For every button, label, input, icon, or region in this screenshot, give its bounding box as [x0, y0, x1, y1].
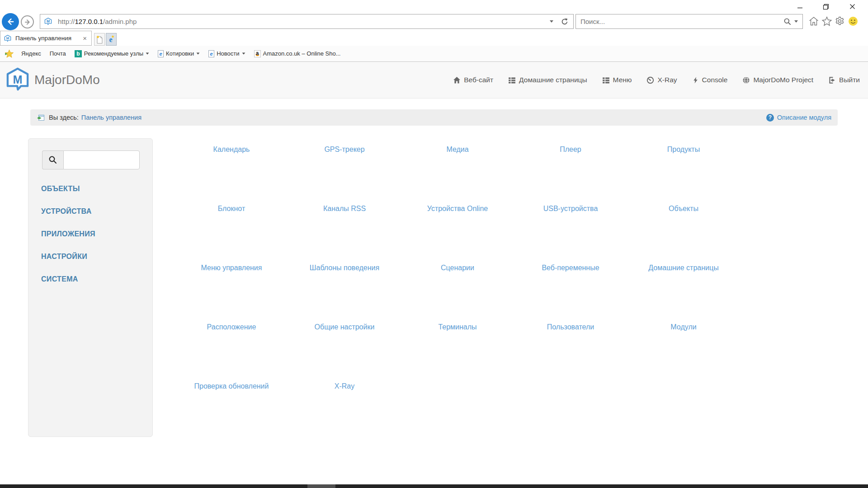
nav-xray[interactable]: X-Ray: [646, 76, 677, 84]
nav-label: Веб-сайт: [464, 76, 493, 84]
module-link[interactable]: Модули: [670, 323, 696, 331]
close-button[interactable]: [839, 0, 865, 13]
tab-control-panel[interactable]: M Панель управления ×: [0, 31, 92, 46]
breadcrumb-link[interactable]: Панель управления: [81, 114, 142, 121]
module-link[interactable]: Медиа: [446, 145, 468, 154]
search-dropdown-icon[interactable]: [794, 20, 798, 23]
module-cell: Календарь: [175, 120, 288, 179]
module-cell: Объекты: [627, 179, 740, 238]
module-link[interactable]: GPS-трекер: [324, 145, 364, 154]
module-cell: USB-устройства: [514, 179, 627, 238]
module-help-link[interactable]: ? Описание модуля: [766, 114, 831, 122]
module-cell: Общие настройки: [288, 297, 401, 357]
nav-majordomo-project[interactable]: MajorDoMo Project: [742, 76, 813, 84]
module-cell: Блокнот: [175, 179, 288, 238]
menu-list-icon: [602, 76, 610, 84]
new-tab-button[interactable]: [94, 33, 105, 46]
module-link[interactable]: Объекты: [669, 205, 698, 213]
search-input[interactable]: [576, 18, 779, 25]
sidebar-item-applications[interactable]: ПРИЛОЖЕНИЯ: [41, 223, 143, 245]
module-link[interactable]: Расположение: [207, 323, 256, 331]
forward-button[interactable]: [21, 15, 34, 28]
module-link[interactable]: Пользователи: [547, 323, 594, 331]
module-link[interactable]: Проверка обновлений: [194, 382, 269, 390]
favorite-suggested-sites[interactable]: b Рекомендуемые узлы: [75, 50, 149, 57]
module-cell: Домашние страницы: [627, 238, 740, 297]
home-button[interactable]: [807, 14, 820, 28]
favorite-amazon[interactable]: a Amazon.co.uk – Online Sho...: [254, 50, 341, 57]
module-link[interactable]: Каналы RSS: [323, 205, 366, 213]
nav-website[interactable]: Веб-сайт: [453, 76, 493, 84]
modules-grid: Календарь GPS-трекер Медиа Плеер Продукт…: [175, 120, 740, 416]
module-cell: Медиа: [401, 120, 514, 179]
favorite-label: Котировки: [166, 50, 194, 57]
nav-label: Меню: [613, 76, 632, 84]
refresh-button[interactable]: [561, 18, 569, 26]
address-dropdown-icon[interactable]: [550, 20, 553, 23]
tab-bar: M Панель управления × e: [0, 30, 868, 46]
module-link[interactable]: USB-устройства: [543, 205, 598, 213]
tab-close-button[interactable]: ×: [83, 35, 87, 42]
sidebar-item-objects[interactable]: ОБЪЕКТЫ: [41, 178, 143, 200]
module-link[interactable]: Устройства Online: [427, 205, 488, 213]
minimize-button[interactable]: [787, 0, 813, 13]
favorite-mail[interactable]: Почта: [50, 50, 66, 57]
favorite-quotes[interactable]: e Котировки: [158, 50, 200, 57]
ie-page-icon: e: [208, 50, 214, 57]
nav-home-pages[interactable]: Домашние страницы: [508, 76, 587, 84]
svg-text:M: M: [47, 19, 50, 23]
search-icon: [783, 18, 792, 26]
module-link[interactable]: Домашние страницы: [648, 264, 718, 272]
svg-text:M: M: [6, 36, 9, 40]
feedback-button[interactable]: [846, 14, 859, 28]
address-bar[interactable]: M http://127.0.0.1/admin.php: [40, 14, 574, 29]
module-link[interactable]: Плеер: [560, 145, 581, 154]
module-link[interactable]: Календарь: [213, 145, 250, 154]
svg-text:M: M: [13, 73, 23, 86]
tab-favicon-icon: M: [4, 35, 11, 42]
favorite-label: Почта: [50, 50, 66, 57]
module-cell: Продукты: [627, 120, 740, 179]
sidebar-item-system[interactable]: СИСТЕМА: [41, 268, 143, 291]
module-link[interactable]: Продукты: [667, 145, 700, 154]
favorites-bar-star-button[interactable]: [5, 49, 14, 58]
module-cell: Проверка обновлений: [175, 357, 288, 416]
module-link[interactable]: Общие настройки: [315, 323, 375, 331]
favorites-button[interactable]: [820, 14, 833, 28]
search-box: [576, 14, 803, 29]
home-icon: [453, 76, 461, 84]
restore-button[interactable]: [813, 0, 839, 13]
module-link[interactable]: Шаблоны поведения: [310, 264, 379, 272]
sidebar-item-settings[interactable]: НАСТРОЙКИ: [41, 245, 143, 268]
module-link[interactable]: Блокнот: [218, 205, 245, 213]
sidebar-item-devices[interactable]: УСТРОЙСТВА: [41, 200, 143, 223]
favorites-bar: Яндекс Почта b Рекомендуемые узлы e Коти…: [0, 46, 868, 62]
back-button[interactable]: [2, 13, 19, 30]
nav-menu[interactable]: Меню: [602, 76, 632, 84]
module-cell: Сценарии: [401, 238, 514, 297]
chevron-down-icon: [242, 52, 245, 54]
nav-console[interactable]: Console: [692, 76, 728, 84]
favorite-label: Яндекс: [21, 50, 41, 57]
module-link[interactable]: Терминалы: [438, 323, 476, 331]
amazon-icon: a: [254, 50, 261, 57]
module-link[interactable]: X-Ray: [335, 382, 354, 390]
suggested-sites-button[interactable]: e: [106, 33, 117, 46]
restore-icon: [823, 4, 829, 10]
nav-logout[interactable]: Выйти: [828, 76, 860, 84]
search-button[interactable]: [779, 18, 802, 26]
module-cell: Меню управления: [175, 238, 288, 297]
module-cell: Каналы RSS: [288, 179, 401, 238]
module-link[interactable]: Сценарии: [441, 264, 474, 272]
sidebar-search-input[interactable]: [63, 150, 140, 169]
address-toolbar: M http://127.0.0.1/admin.php: [0, 13, 868, 30]
favorite-yandex[interactable]: Яндекс: [21, 50, 41, 57]
url-host: 127.0.0.1: [75, 18, 104, 25]
smiley-icon: [848, 16, 859, 27]
module-link[interactable]: Веб-переменные: [542, 264, 599, 272]
bing-icon: b: [75, 50, 82, 57]
module-link[interactable]: Меню управления: [201, 264, 262, 272]
favorite-news[interactable]: e Новости: [208, 50, 245, 57]
module-cell: Устройства Online: [401, 179, 514, 238]
settings-button[interactable]: [833, 14, 846, 28]
